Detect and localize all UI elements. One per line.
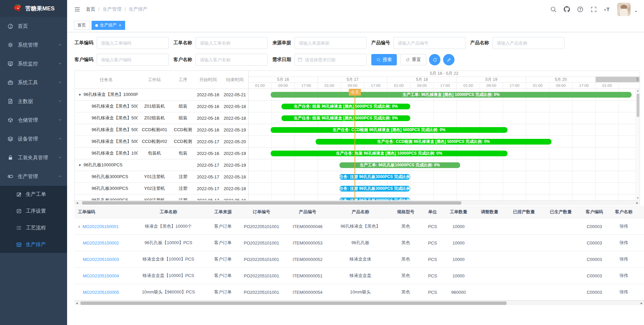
work-order-link[interactable]: MO202205150002 [83, 240, 119, 246]
需求日期-input[interactable] [294, 54, 367, 66]
work-order-link[interactable]: MO202205150001 [83, 224, 119, 229]
工单名称-input[interactable] [196, 37, 268, 49]
work-order-link[interactable]: MO202205150004 [83, 273, 119, 278]
sidebar-item-生产工单[interactable]: 生产工单 [0, 186, 67, 203]
search-button[interactable]: 搜索 [371, 54, 397, 65]
table-row[interactable]: MO202205150003移液盒盒体【10000】PCS客户订单PO20220… [74, 251, 644, 268]
tab-首页[interactable]: 首页 [74, 21, 90, 30]
sidebar-item-设备管理[interactable]: 设备管理 [0, 129, 67, 148]
gantt-bar[interactable]: 生产任务: 组装 96孔移液盒 [黑色] 5000PCS 完成比例: 0% [281, 115, 410, 121]
gantt-bar[interactable]: 生产任务: 组装 96孔移液盒 [黑色] 5000PCS 完成比例: 0% [281, 104, 410, 109]
scrollbar-thumb[interactable] [637, 94, 639, 117]
gantt-bar[interactable]: 生产任务: 注塑 96孔孔板3000PCS 完成比例: 0% [339, 186, 410, 192]
gantt-bar[interactable]: 生产任务: CCD检测 96孔移液盒 [黑色] 5000PCS 完成比例: 0% [316, 139, 551, 145]
avatar[interactable] [617, 3, 631, 16]
fullscreen-icon[interactable] [590, 6, 597, 13]
sidebar: 苦糖果MES 首页系统管理系统监控系统工具主数据仓储管理设备管理工装夹具管理生产… [0, 0, 67, 325]
table-row[interactable]: MO20220515000510mm吸头【960000】PCS客户订单PO202… [74, 284, 644, 301]
scrollbar-track[interactable] [79, 301, 639, 305]
产品名称-input[interactable] [492, 37, 565, 49]
filter-label: 工单编码 [74, 40, 97, 46]
产品编号-input[interactable] [393, 37, 466, 49]
sidebar-item-生产排产[interactable]: 生产排产 [0, 236, 67, 253]
work-order-link[interactable]: MO202205150005 [83, 290, 119, 295]
hamburger-icon[interactable] [74, 6, 80, 13]
table-cell: 96孔孔板 [331, 240, 390, 246]
expand-caret-icon[interactable]: ∨ [78, 224, 80, 229]
sidebar-item-系统监控[interactable]: 系统监控 [0, 54, 67, 73]
scroll-right-arrow[interactable]: ► [639, 302, 644, 305]
sidebar-item-系统管理[interactable]: 系统管理 [0, 36, 67, 54]
scroll-down-arrow[interactable]: ▼ [636, 196, 640, 200]
table-cell: ITEM00000054 [284, 290, 331, 295]
scrollbar-thumb[interactable] [80, 302, 506, 305]
scroll-left-arrow[interactable]: ◄ [75, 201, 79, 205]
gantt-bar[interactable]: 生产任务: 包装 96孔移液盒 [黑色] 10000PCS 完成比例: 0% [271, 151, 507, 156]
scroll-left-arrow[interactable]: ◄ [74, 302, 79, 305]
gantt-task-row[interactable]: ▼96孔移液盒【黑色】10000PCS2022-05-162022-05-21 [75, 89, 248, 101]
gantt-bar[interactable]: 生产工单: 96孔移液盒 [黑色] 10000PCS 完成比例: 0% [271, 92, 632, 98]
sidebar-item-生产管理[interactable]: 生产管理 [0, 167, 67, 186]
close-icon[interactable]: × [119, 23, 121, 28]
gantt-task-row[interactable]: 96孔移液盒【黑色】5000PCSZ01组装机组装2022-05-162022-… [75, 101, 248, 112]
sidebar-item-工序设置[interactable]: 工序设置 [0, 203, 67, 219]
客户编码-input[interactable] [97, 54, 169, 66]
gantt-horizontal-scrollbar[interactable]: ◄► [75, 200, 640, 205]
table-cell: 客户订单 [207, 289, 239, 295]
scroll-up-arrow[interactable]: ▲ [636, 89, 640, 93]
gantt-hour-cell: 17:00 [364, 83, 387, 89]
sidebar-item-主数据[interactable]: 主数据 [0, 92, 67, 111]
edit-icon [16, 192, 22, 197]
gantt-timeline-header: 5月 16 - 5月 225月 165月 175月 185月 195月 2050… [249, 71, 640, 89]
tree-collapse-icon[interactable]: ▼ [78, 163, 82, 167]
scroll-right-arrow[interactable]: ► [635, 201, 640, 205]
help-icon[interactable]: ? [577, 6, 584, 13]
search-icon[interactable] [550, 6, 557, 13]
scrollbar-thumb[interactable] [82, 201, 461, 205]
scrollbar-track[interactable] [79, 201, 635, 205]
sidebar-item-首页[interactable]: 首页 [0, 17, 67, 36]
gantt-bar[interactable]: 生产任务: 注塑 96孔孔板3000PCS 完成比例: 0% [339, 174, 410, 180]
table-cell: PCS [422, 273, 443, 278]
task-name-text: 96孔移液盒【黑色】5000PCS [92, 115, 138, 121]
工单编码-input[interactable] [97, 37, 169, 49]
gantt-bar[interactable]: 生产任务: CCD检测 96孔移液盒 [黑色] 5000PCS 完成比例: 0% [271, 127, 507, 133]
gantt-task-cell: 2022-05-19 [221, 151, 248, 156]
gantt-bar[interactable]: 生产任务: 注塑 96孔孔板3000PCS 完成比例: 0% [339, 198, 410, 200]
refresh-schedule-button[interactable] [429, 54, 440, 65]
gantt-task-row[interactable]: 96孔移液盒【黑色】5000PCSCCD检测#02CCD检测2022-05-17… [75, 136, 248, 148]
tree-collapse-icon[interactable]: ▼ [78, 93, 82, 97]
table-horizontal-scrollbar[interactable]: ◄► [74, 301, 644, 305]
edit-schedule-button[interactable] [443, 54, 454, 65]
gantt-task-row[interactable]: 96孔孔板3000PCSY03注塑机注塑2022-05-172022-05-18 [75, 195, 248, 200]
sidebar-item-label: 系统监控 [18, 61, 38, 67]
work-order-link[interactable]: MO202205150003 [83, 257, 119, 262]
sidebar-item-系统工具[interactable]: 系统工具 [0, 73, 67, 92]
breadcrumb-item[interactable]: 生产管理 [103, 6, 121, 12]
gantt-task-row[interactable]: 96孔孔板3000PCSY01注塑机注塑2022-05-172022-05-18 [75, 171, 248, 183]
github-icon[interactable] [564, 6, 570, 13]
sidebar-item-仓储管理[interactable]: 仓储管理 [0, 111, 67, 129]
sidebar-item-工艺流程[interactable]: 工艺流程 [0, 219, 67, 236]
gantt-task-row[interactable]: 96孔移液盒【黑色】5000PCSZ02组装机组装2022-05-162022-… [75, 112, 248, 124]
gantt-task-row[interactable]: 96孔移液盒【黑色】10000PCS包装机包装2022-05-162022-05… [75, 148, 248, 159]
gantt-task-row[interactable]: ▼96孔孔板10000PCS2022-05-172022-05-19 [75, 159, 248, 171]
reset-button[interactable]: 重置 [400, 54, 426, 65]
breadcrumb-item[interactable]: 生产排产 [129, 6, 148, 12]
table-cell: 黑色 [390, 289, 422, 295]
gantt-vertical-scrollbar[interactable]: ▲▼ [636, 89, 640, 200]
gantt-bar[interactable]: 生产工单: 96孔孔板10000PCS 完成比例: 0% [339, 162, 460, 168]
caret-down-icon[interactable] [634, 9, 638, 13]
table-row[interactable]: ∨MO202205150001移液盒【黑色】10000个客户订单PO202205… [74, 218, 644, 235]
客户名称-input[interactable] [196, 54, 268, 66]
gantt-task-row[interactable]: 96孔移液盒【黑色】5000PCSCCD检测#01CCD检测2022-05-16… [75, 124, 248, 136]
来源单据-input[interactable] [294, 37, 367, 49]
gantt-task-row[interactable]: 96孔孔板3000PCSY02注塑机注塑2022-05-172022-05-18 [75, 183, 248, 195]
table-row[interactable]: MO20220515000296孔孔板【10000】PCS客户订单PO20220… [74, 235, 644, 251]
tab-生产排产[interactable]: 生产排产× [92, 21, 125, 30]
sidebar-item-工装夹具管理[interactable]: 工装夹具管理 [0, 148, 67, 167]
font-size-icon[interactable]: TT [604, 6, 610, 13]
table-cell: 张伟 [609, 273, 638, 279]
sidebar-item-label: 生产管理 [18, 173, 38, 180]
table-row[interactable]: MO202205150004移液盒盒盖【10000】PCS客户订单PO20220… [74, 268, 644, 284]
